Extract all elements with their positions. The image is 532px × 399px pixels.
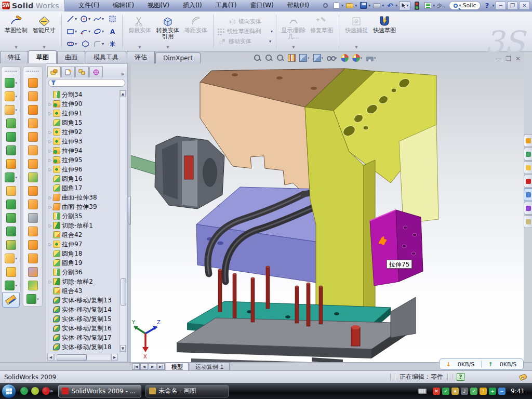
- shell-tool-button[interactable]: [6, 227, 16, 236]
- view-palette-tab[interactable]: [524, 188, 532, 201]
- tree-item[interactable]: 圆角16: [47, 174, 119, 183]
- point-tool-button[interactable]: [105, 40, 119, 48]
- magnified-selection-button[interactable]: [276, 54, 284, 62]
- arc-tool-button[interactable]: ▾: [78, 28, 92, 35]
- select-region-button[interactable]: [105, 15, 119, 23]
- revolve-surface-button[interactable]: [28, 91, 38, 101]
- reference-geometry-button[interactable]: ▾: [5, 172, 17, 182]
- ellipse-tool-button[interactable]: ▾: [92, 28, 105, 35]
- tree-item[interactable]: 实体-移动/复制15: [47, 314, 119, 324]
- security-green-tray-icon[interactable]: ✓: [442, 388, 449, 395]
- panel-overflow-chevron[interactable]: »: [121, 71, 127, 77]
- sketch-button[interactable]: 草图绘制 ▼: [2, 13, 30, 50]
- tree-expand-arrow[interactable]: ▷: [47, 223, 53, 228]
- file-explorer-tab[interactable]: [524, 161, 532, 174]
- resources-home-tab[interactable]: [524, 134, 532, 147]
- rectangle-tool-button[interactable]: ▾: [65, 28, 78, 35]
- convert-dropdown[interactable]: ▼: [166, 45, 169, 50]
- dropdown-caret[interactable]: ▾: [15, 176, 17, 180]
- swept-boss-button[interactable]: [6, 118, 16, 128]
- antivirus-red-tray-icon[interactable]: ✕: [433, 388, 440, 395]
- tab-nav-button[interactable]: ▶|: [157, 363, 165, 370]
- spline-body-button[interactable]: ▾: [26, 294, 39, 304]
- tree-filter-input[interactable]: [48, 79, 125, 87]
- pin-icon[interactable]: [321, 1, 330, 10]
- tab-nav-button[interactable]: |◀: [132, 363, 140, 370]
- tree-item[interactable]: 分割34: [47, 90, 119, 99]
- tab-nav-button[interactable]: ◀: [140, 363, 148, 370]
- tree-expand-arrow[interactable]: ▷: [47, 195, 53, 200]
- channel-button[interactable]: [28, 105, 38, 115]
- delete-body-button[interactable]: [28, 213, 38, 223]
- tree-expand-arrow[interactable]: ▷: [47, 102, 53, 107]
- custom-properties-tab[interactable]: [524, 215, 532, 228]
- tree-item[interactable]: 圆角17: [47, 183, 119, 193]
- boss-button[interactable]: [28, 118, 38, 128]
- select-tool-button[interactable]: ▾: [399, 1, 410, 10]
- tree-item[interactable]: 实体-移动/复制13: [47, 296, 119, 305]
- revolve-boss-button[interactable]: ▾: [5, 105, 17, 115]
- print-button[interactable]: [372, 1, 381, 10]
- planar-surface-button[interactable]: [28, 159, 38, 169]
- doc-restore-button[interactable]: ❐: [506, 55, 511, 62]
- zoom-to-area-button[interactable]: [265, 54, 273, 62]
- model-magenta-block[interactable]: [370, 210, 423, 286]
- rib-tool-button[interactable]: [6, 213, 16, 223]
- dropdown-caret[interactable]: ▾: [322, 56, 324, 60]
- solidworks-quicklaunch-icon[interactable]: [42, 387, 50, 395]
- save-dropdown[interactable]: ▾: [368, 3, 370, 8]
- tree-item[interactable]: 分割36: [47, 268, 119, 277]
- freeform-button[interactable]: [28, 267, 38, 277]
- wizard-hole-button[interactable]: [6, 159, 16, 169]
- edit-appearance-button[interactable]: [341, 54, 349, 62]
- menu-item[interactable]: 编辑(E): [107, 0, 140, 11]
- deform-button[interactable]: [28, 240, 38, 250]
- badge-tray-icon[interactable]: ★: [451, 388, 459, 395]
- dropdown-caret[interactable]: ▾: [37, 297, 39, 301]
- convert-entities-button[interactable]: 转换实体引用 ▼: [154, 13, 182, 50]
- search-box[interactable]: ▾ Solic: [449, 1, 481, 10]
- dropdown-caret[interactable]: ▾: [308, 56, 310, 60]
- hide-show-items-button[interactable]: ▾: [327, 54, 337, 62]
- search-input[interactable]: Solic: [463, 2, 476, 9]
- vertical-scroll-thumb[interactable]: [121, 278, 126, 305]
- tab-nav-button[interactable]: ▶: [149, 363, 156, 370]
- tree-item[interactable]: ▷切除-放样1: [47, 221, 119, 230]
- taskbar-clock[interactable]: 9:41: [508, 388, 529, 395]
- indent-button[interactable]: [28, 254, 38, 263]
- desktop-quicklaunch-icon[interactable]: [31, 387, 39, 395]
- dropdown-caret[interactable]: ▾: [15, 81, 17, 85]
- help-button[interactable]: ?: [482, 1, 491, 10]
- view-settings-button[interactable]: ▾: [366, 55, 376, 61]
- tree-item[interactable]: ▷拉伸93: [47, 137, 119, 146]
- tree-item[interactable]: ▷拉伸97: [47, 240, 119, 249]
- menu-item[interactable]: 帮助(H): [281, 0, 315, 11]
- new-dropdown[interactable]: ▾: [341, 3, 343, 8]
- command-tab-5[interactable]: 评估: [127, 51, 155, 63]
- messenger-quicklaunch-icon[interactable]: [20, 387, 28, 395]
- tree-item[interactable]: 组合43: [47, 286, 119, 296]
- tree-expand-arrow[interactable]: ▷: [47, 167, 53, 172]
- dropdown-caret[interactable]: ▾: [15, 257, 17, 261]
- command-tab-4[interactable]: 模具工具: [86, 51, 126, 63]
- fillet-tool-button[interactable]: [6, 186, 16, 196]
- scroll-up-arrow[interactable]: ▲: [120, 90, 126, 97]
- command-tab-3[interactable]: 曲面: [57, 51, 85, 63]
- keyboard-layout-icon[interactable]: [418, 389, 427, 394]
- insert-feature-button[interactable]: ▾: [5, 254, 17, 263]
- curve-tool-button[interactable]: ▾: [5, 281, 17, 290]
- measure-button[interactable]: [2, 292, 20, 308]
- tree-item[interactable]: ▷曲面-拉伸39: [47, 202, 119, 211]
- smart-dimension-dropdown[interactable]: ▼: [43, 45, 45, 50]
- undo-button[interactable]: ↶: [385, 1, 395, 10]
- tree-expand-arrow[interactable]: ▷: [47, 111, 53, 116]
- scroll-down-arrow[interactable]: ▼: [120, 345, 126, 352]
- spline-tool-button[interactable]: ▾: [92, 15, 105, 23]
- revolved-cut-button[interactable]: [6, 145, 16, 155]
- tree-expand-arrow[interactable]: ▷: [47, 280, 53, 284]
- tab-feature-manager[interactable]: [47, 66, 61, 77]
- tree-item[interactable]: ▷拉伸92: [47, 127, 119, 137]
- sketch-tool-button[interactable]: ▾: [5, 78, 17, 88]
- command-tab-2[interactable]: 草图: [29, 50, 57, 63]
- help-dropdown[interactable]: ▾: [492, 3, 494, 8]
